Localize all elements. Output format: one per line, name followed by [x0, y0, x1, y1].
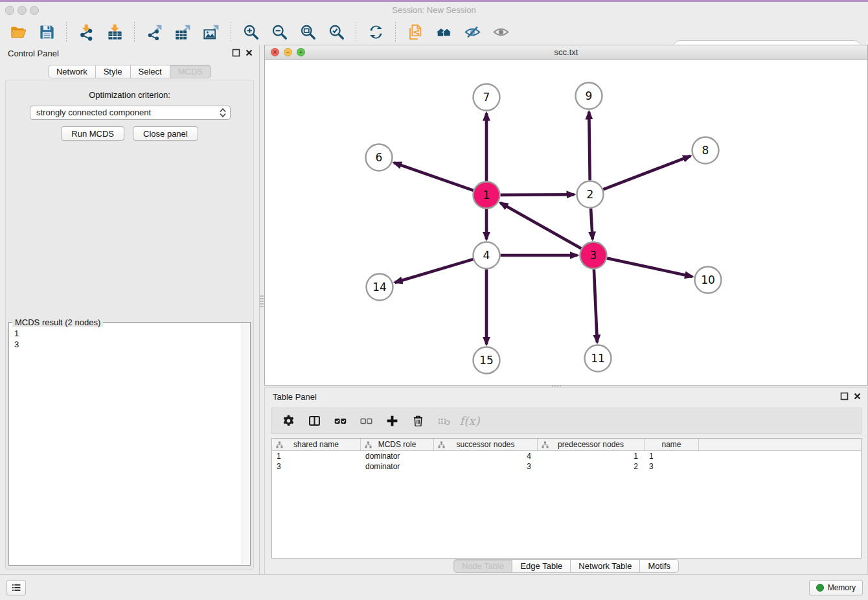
- export-table-button[interactable]: [172, 21, 194, 42]
- select-all-icon: [334, 414, 347, 428]
- edge-3-11[interactable]: [594, 270, 597, 343]
- select-all-button[interactable]: [332, 413, 348, 430]
- control-tab-select[interactable]: Select: [131, 65, 170, 78]
- save-session-button[interactable]: [36, 21, 58, 42]
- cell-predecessor-nodes[interactable]: 1: [538, 451, 645, 461]
- svg-text:6: 6: [376, 151, 383, 164]
- refresh-button[interactable]: [365, 21, 387, 42]
- node-table[interactable]: shared nameMCDS rolesuccessor nodesprede…: [271, 438, 862, 559]
- column-header-predecessor-nodes[interactable]: predecessor nodes: [538, 439, 645, 450]
- column-header-name[interactable]: name: [645, 439, 699, 450]
- cell-successor-nodes[interactable]: 4: [434, 451, 538, 461]
- network-from-selection-button[interactable]: [404, 21, 426, 42]
- hide-selected-icon: [464, 23, 481, 41]
- add-column-button[interactable]: [383, 413, 400, 430]
- node-7[interactable]: 7: [474, 84, 500, 111]
- export-network-button[interactable]: [143, 21, 165, 42]
- run-mcds-button[interactable]: Run MCDS: [61, 126, 124, 141]
- delete-columns-button[interactable]: [409, 413, 426, 430]
- control-tab-mcds[interactable]: MCDS: [170, 65, 211, 78]
- application-window: Session: New Session Control Panel Netwo…: [0, 0, 868, 600]
- zoom-selected-button[interactable]: [325, 21, 347, 42]
- edge-3-10[interactable]: [607, 259, 692, 277]
- float-table-panel-button[interactable]: [839, 392, 849, 402]
- cell-MCDS-role[interactable]: dominator: [361, 451, 434, 461]
- show-columns-button[interactable]: [306, 413, 323, 430]
- open-session-icon: [10, 23, 27, 41]
- table-tab-network-table[interactable]: Network Table: [571, 559, 640, 573]
- import-network-icon: [78, 23, 95, 41]
- import-table-button[interactable]: [104, 21, 126, 42]
- criterion-dropdown[interactable]: strongly connected component: [30, 106, 231, 120]
- import-network-button[interactable]: [75, 21, 97, 42]
- node-6[interactable]: 6: [366, 144, 393, 171]
- export-network-icon: [146, 23, 163, 41]
- table-tabs: Node TableEdge TableNetwork TableMotifs: [265, 559, 867, 573]
- table-tab-motifs[interactable]: Motifs: [640, 559, 679, 573]
- result-scrollbar[interactable]: [242, 323, 250, 564]
- cell-shared-name[interactable]: 1: [272, 451, 361, 461]
- cell-successor-nodes[interactable]: 3: [434, 461, 538, 472]
- node-9[interactable]: 9: [576, 83, 602, 110]
- deselect-all-button[interactable]: [358, 413, 374, 430]
- edge-2-9[interactable]: [589, 112, 589, 181]
- table-row[interactable]: 3dominator323: [272, 461, 861, 472]
- result-line: 1: [14, 328, 236, 339]
- zoom-fit-button[interactable]: [297, 21, 319, 42]
- vertical-splitter-grip[interactable]: [260, 295, 264, 307]
- control-tab-network[interactable]: Network: [48, 65, 96, 78]
- close-table-panel-button[interactable]: [852, 392, 862, 402]
- task-history-button[interactable]: [6, 580, 26, 595]
- hide-selected-button[interactable]: [461, 21, 483, 42]
- zoom-out-button[interactable]: [268, 21, 290, 42]
- node-2[interactable]: 2: [577, 181, 604, 208]
- svg-text:9: 9: [586, 89, 593, 102]
- close-panel-button[interactable]: [244, 49, 254, 58]
- optimization-criterion-label: Optimization criterion:: [6, 90, 253, 100]
- edge-1-2[interactable]: [501, 194, 575, 195]
- node-1[interactable]: 1: [474, 182, 500, 209]
- show-all-button[interactable]: [490, 21, 512, 42]
- zoom-out-icon: [271, 23, 288, 41]
- export-image-button[interactable]: [200, 21, 222, 42]
- column-header-successor-nodes[interactable]: successor nodes: [434, 439, 538, 450]
- close-panel-mcds-button[interactable]: Close panel: [133, 126, 198, 141]
- table-mode-button[interactable]: [280, 413, 297, 430]
- memory-button[interactable]: Memory: [809, 580, 863, 595]
- edge-1-6[interactable]: [394, 163, 474, 190]
- cell-predecessor-nodes[interactable]: 2: [538, 461, 645, 472]
- cell-MCDS-role[interactable]: dominator: [361, 461, 434, 472]
- node-15[interactable]: 15: [474, 347, 500, 374]
- memory-status-icon: [816, 584, 824, 592]
- close-icon: [853, 392, 862, 400]
- node-10[interactable]: 10: [695, 267, 722, 294]
- edge-4-14[interactable]: [395, 259, 474, 283]
- table-tab-edge-table[interactable]: Edge Table: [512, 559, 571, 573]
- houses-button[interactable]: [433, 21, 455, 42]
- network-from-selection-icon: [407, 23, 424, 41]
- svg-text:15: 15: [479, 354, 494, 367]
- node-8[interactable]: 8: [692, 137, 719, 164]
- column-header-MCDS-role[interactable]: MCDS role: [361, 439, 434, 450]
- control-tab-style[interactable]: Style: [96, 65, 131, 78]
- toolbar-separator: [395, 22, 396, 41]
- node-14[interactable]: 14: [367, 274, 393, 301]
- column-header-shared-name[interactable]: shared name: [272, 439, 361, 450]
- open-session-button[interactable]: [7, 21, 29, 42]
- zoom-in-icon: [242, 23, 260, 41]
- edge-2-8[interactable]: [603, 156, 691, 190]
- edge-2-3[interactable]: [591, 209, 593, 240]
- show-columns-icon: [308, 414, 321, 428]
- cell-shared-name[interactable]: 3: [272, 461, 361, 472]
- node-3[interactable]: 3: [580, 242, 607, 269]
- cell-name[interactable]: 1: [645, 451, 699, 461]
- network-canvas[interactable]: 7968124314101511: [265, 60, 867, 385]
- float-panel-button[interactable]: [231, 49, 241, 58]
- table-tab-node-table[interactable]: Node Table: [453, 559, 513, 573]
- cell-name[interactable]: 3: [645, 461, 699, 472]
- node-4[interactable]: 4: [474, 242, 500, 269]
- zoom-in-button[interactable]: [240, 21, 262, 42]
- table-row[interactable]: 1dominator411: [272, 451, 861, 461]
- node-11[interactable]: 11: [585, 345, 611, 372]
- edge-3-1[interactable]: [500, 203, 581, 248]
